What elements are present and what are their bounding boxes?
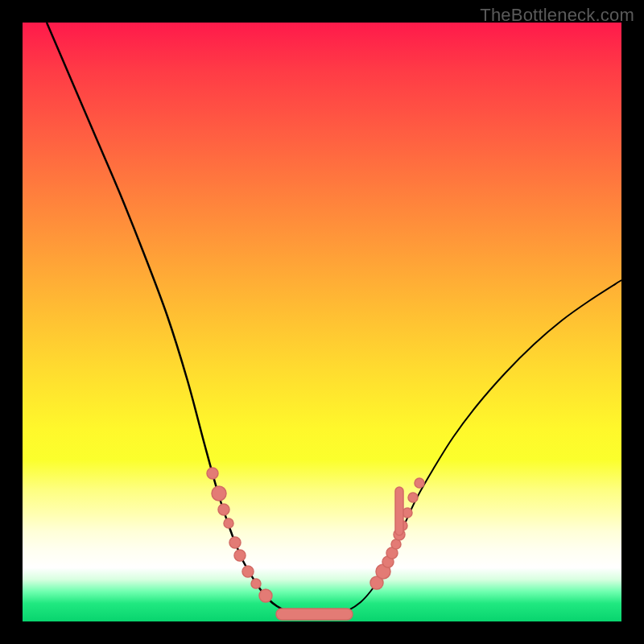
data-point-marker: [234, 550, 246, 561]
data-point-marker: [391, 539, 401, 549]
data-point-marker: [251, 579, 261, 588]
data-point-marker: [242, 566, 254, 577]
data-point-marker: [229, 537, 241, 548]
data-point-marker: [415, 478, 424, 488]
curve-group: [47, 23, 621, 617]
watermark-text: TheBottleneck.com: [480, 5, 634, 26]
chart-plot-area: [23, 23, 621, 621]
data-point-marker: [207, 468, 218, 479]
data-point-marker: [218, 504, 229, 515]
data-point-marker: [408, 493, 418, 502]
bottleneck-curve-svg: [23, 23, 621, 621]
markers-right-cluster: [370, 478, 424, 589]
markers-left-cluster: [207, 468, 272, 602]
data-point-marker: [402, 508, 412, 518]
data-point-marker: [224, 518, 233, 528]
markers-bottom-flat: [276, 609, 353, 620]
curve-right: [336, 280, 621, 614]
marker-flat-bottom: [276, 609, 353, 620]
curve-left: [47, 23, 336, 617]
data-point-marker: [212, 486, 226, 501]
data-point-marker: [259, 589, 272, 602]
marker-vertical-cluster: [395, 487, 403, 535]
